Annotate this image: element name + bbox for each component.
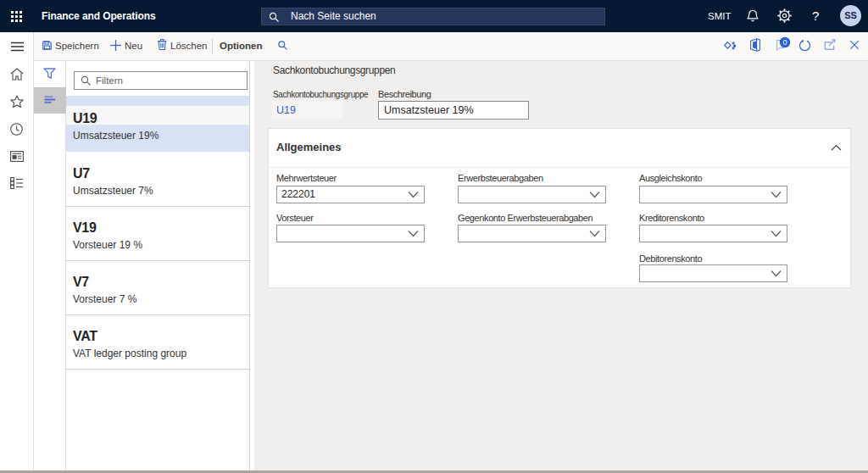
svg-text:0: 0 <box>782 38 787 47</box>
